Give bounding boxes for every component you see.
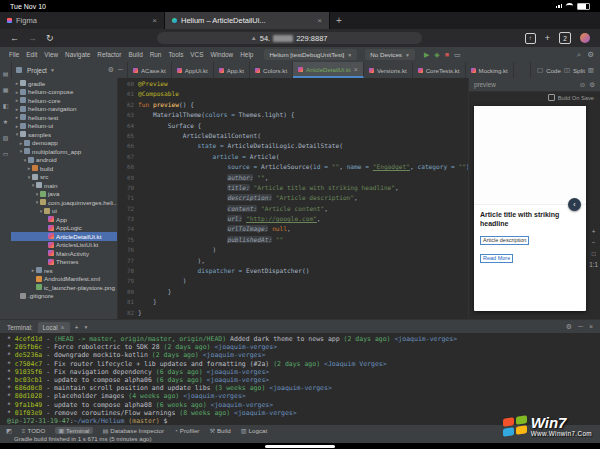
tab-close-icon[interactable]: × [152,16,157,25]
code-line[interactable]: 72 content: "Article content", [118,204,468,214]
editor-tab[interactable]: CoreTests.kt [413,62,466,78]
code-line[interactable]: 77 ), [118,256,468,266]
editor-tab[interactable]: App.kt [214,62,250,78]
menu-item-refactor[interactable]: Refactor [94,51,124,58]
favorites-icon[interactable]: ★ [3,118,8,125]
code-line[interactable]: 71 description: "Article description", [118,193,468,203]
new-terminal-icon[interactable]: + [75,324,79,331]
run-icon[interactable]: ▶ [424,51,429,59]
editor-tab[interactable]: ArticleDetailUi.kt× [293,62,364,78]
editor-tab[interactable]: Versions.kt [364,62,413,78]
actual-size-icon[interactable]: 1:1 [589,261,598,268]
close-icon[interactable]: × [589,323,593,331]
add-tab-icon[interactable]: + [545,33,550,43]
code-line[interactable]: 79 ) [118,276,468,286]
panel-hide-icon[interactable]: ─ [118,66,123,74]
chevron-down-icon[interactable]: ▼ [83,324,88,330]
toolwindow-toggle-icon[interactable]: ◩ [6,427,12,434]
code-line[interactable]: 80 } [118,287,468,297]
project-panel-header[interactable]: Project ▼ ⚙ ─ [12,62,128,78]
tree-item[interactable]: ▾ui [11,207,117,216]
terminal-settings-icon[interactable]: ⚙ [566,323,572,331]
code-editor[interactable]: 60@Preview61@Composable62fun preview() {… [118,78,468,319]
menu-item-tools[interactable]: Tools [165,51,186,58]
tree-item[interactable]: ▾multiplatform_app [11,147,117,156]
home-indicator[interactable] [265,445,335,448]
tool-button-todo[interactable]: ≡TODO [22,427,45,434]
panel-settings-icon[interactable]: ⚙ [108,66,114,74]
code-line[interactable]: 60@Preview [118,79,468,89]
tree-item[interactable]: AndroidManifest.xml [11,275,117,284]
tree-item[interactable]: ArticlesListUi.kt [11,241,117,250]
editor-tab[interactable]: AppUi.kt [172,62,214,78]
tree-item[interactable]: ▸helium-navigation [11,105,117,114]
new-tab-button[interactable]: + [330,12,348,29]
code-line[interactable]: 65 ArticleDetailContent( [118,131,468,141]
device-dropdown[interactable]: No Devices ▼ [365,49,415,60]
tree-item[interactable]: ▸build [11,164,117,173]
tree-item[interactable]: MainActivity [11,249,117,258]
editor-tab[interactable]: ACase.kt [128,62,172,78]
structure-icon[interactable]: ◧ [3,102,9,109]
tool-button-terminal[interactable]: ▣Terminal [55,427,92,434]
code-line[interactable]: 67 article = Article( [118,152,468,162]
menu-item-edit[interactable]: Edit [23,51,40,58]
tree-item[interactable]: ▸demoapp [11,139,117,148]
search-icon[interactable]: ⌕ [577,50,581,60]
tool-button-build[interactable]: ⚒Build [209,427,230,434]
menu-item-help[interactable]: Help [237,51,256,58]
menu-item-run[interactable]: Run [147,51,165,58]
settings-icon[interactable]: ⚙ [587,50,594,59]
code-line[interactable]: 73 url: "http://google.com", [118,214,468,224]
split-view-icon[interactable]: ◫ [564,66,570,74]
tree-item[interactable]: ▸helium-core [11,96,117,105]
tree-item[interactable]: ▾main [11,181,117,190]
checkbox-icon[interactable] [548,94,555,101]
tree-item[interactable]: ▸res [11,266,117,275]
editor-tab[interactable]: Colors.kt [250,62,293,78]
code-line[interactable]: 82} [118,308,468,318]
device-explorer-icon[interactable]: ▭ [3,150,9,157]
resource-manager-icon[interactable]: ▦ [3,86,9,93]
fit-icon[interactable]: □ [592,250,596,257]
terminal-tab[interactable]: Local × [38,322,70,333]
tree-item[interactable]: ArticleDetailUi.kt [11,232,117,241]
editor-tab[interactable]: Mocking.kt [466,62,514,78]
tree-item[interactable]: ▾com.joaquimverges.heli... [11,198,117,207]
code-line[interactable]: 62fun preview() { [118,100,468,110]
tool-button-logcat[interactable]: ▥Logcat [241,427,267,434]
code-view-icon[interactable]: ▢ [537,66,543,74]
code-line[interactable]: 64 Surface { [118,121,468,131]
tree-item[interactable]: ▸helium-test [11,113,117,122]
tree-item[interactable]: ▾java [11,190,117,199]
close-icon[interactable]: × [61,324,65,331]
menu-item-view[interactable]: View [41,51,61,58]
code-line[interactable]: 69 author: "", [118,173,468,183]
build-icon[interactable]: ⚒ [209,427,215,434]
tab-close-icon[interactable]: × [354,66,358,73]
build-variants-icon[interactable]: ▧ [3,134,9,141]
database-icon[interactable]: ▤ [103,427,109,434]
build-on-save-label[interactable]: Build On Save [558,95,594,101]
minimize-icon[interactable]: ─ [578,323,583,331]
code-line[interactable]: 63 MaterialTheme(colors = Themes.light) … [118,110,468,120]
profile-avatar[interactable] [580,33,590,43]
tree-item[interactable]: App [11,215,117,224]
pin-icon[interactable]: ⊙ [580,81,585,89]
terminal-output[interactable]: * 4cefd1d - (HEAD -> master, origin/mast… [0,333,600,424]
code-line[interactable]: 75 publishedAt: "" [118,235,468,245]
tree-item[interactable]: ic_launcher-playstore.png [11,283,117,292]
tree-item[interactable]: ▸helium-ui [11,122,117,131]
reload-icon[interactable]: ↻ [46,33,54,43]
forward-icon[interactable]: → [28,33,37,43]
code-line[interactable]: 81 } [118,297,468,307]
code-line[interactable]: 78 dispatcher = EventDispatcher() [118,266,468,276]
terminal-icon[interactable]: ▣ [58,427,64,434]
preview-settings-icon[interactable]: ⚙ [589,81,595,89]
tool-button-database-inspector[interactable]: ▤Database Inspector [103,427,165,434]
code-line[interactable]: 66 state = ArticleDetailLogic.DetailStat… [118,141,468,151]
tree-item[interactable]: ▸gradle [11,79,117,88]
address-bar[interactable]: ▲ 54. 229:8887 [157,32,422,44]
tree-item[interactable]: .gitignore [11,292,117,301]
share-icon[interactable]: ↑ [525,33,536,44]
